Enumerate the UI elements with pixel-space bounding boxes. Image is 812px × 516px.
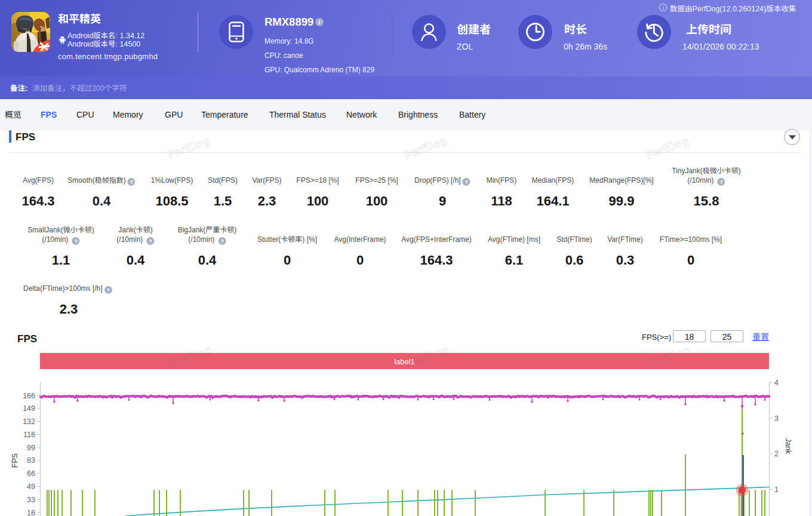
svg-text:66: 66	[27, 467, 35, 478]
svg-text:16: 16	[27, 506, 35, 516]
svg-text:4: 4	[774, 376, 779, 388]
svg-text:99: 99	[27, 441, 35, 453]
svg-text:116: 116	[23, 428, 35, 440]
svg-text:132: 132	[23, 415, 35, 426]
svg-text:1: 1	[774, 483, 779, 494]
svg-text:49: 49	[27, 480, 35, 492]
svg-text:33: 33	[27, 493, 35, 505]
svg-text:149: 149	[23, 402, 35, 413]
svg-text:2: 2	[774, 447, 779, 459]
svg-text:166: 166	[23, 389, 35, 401]
svg-text:3: 3	[774, 412, 779, 423]
svg-text:Jank: Jank	[783, 438, 795, 454]
svg-text:83: 83	[27, 454, 35, 465]
svg-text:FPS: FPS	[8, 453, 20, 468]
